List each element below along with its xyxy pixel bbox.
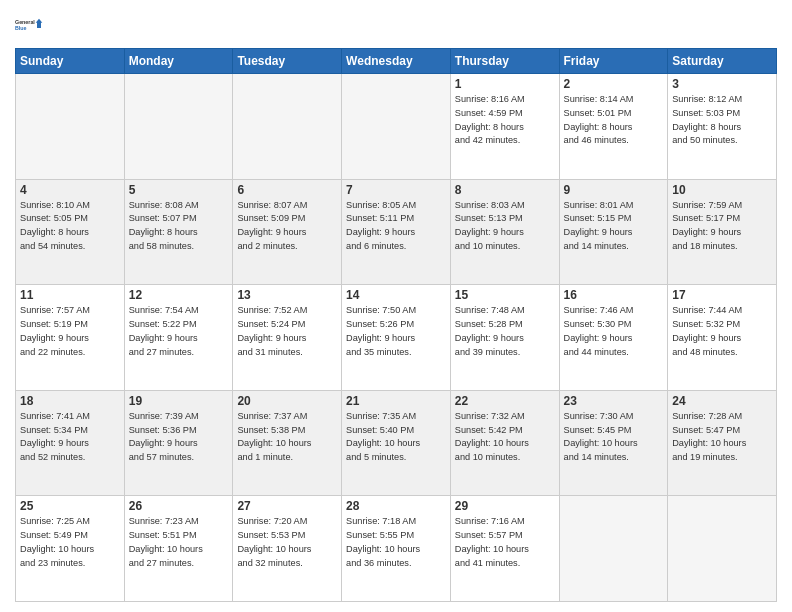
calendar-cell: 11Sunrise: 7:57 AM Sunset: 5:19 PM Dayli…: [16, 285, 125, 391]
weekday-header: Saturday: [668, 49, 777, 74]
day-info: Sunrise: 8:03 AM Sunset: 5:13 PM Dayligh…: [455, 199, 555, 254]
page: GeneralBlue SundayMondayTuesdayWednesday…: [0, 0, 792, 612]
weekday-header: Friday: [559, 49, 668, 74]
calendar-row: 4Sunrise: 8:10 AM Sunset: 5:05 PM Daylig…: [16, 179, 777, 285]
logo-icon: GeneralBlue: [15, 10, 45, 40]
calendar-cell: 2Sunrise: 8:14 AM Sunset: 5:01 PM Daylig…: [559, 74, 668, 180]
svg-text:General: General: [15, 19, 35, 25]
header-row: SundayMondayTuesdayWednesdayThursdayFrid…: [16, 49, 777, 74]
day-number: 22: [455, 394, 555, 408]
day-info: Sunrise: 7:18 AM Sunset: 5:55 PM Dayligh…: [346, 515, 446, 570]
day-number: 20: [237, 394, 337, 408]
weekday-header: Wednesday: [342, 49, 451, 74]
day-info: Sunrise: 7:44 AM Sunset: 5:32 PM Dayligh…: [672, 304, 772, 359]
calendar-cell: 9Sunrise: 8:01 AM Sunset: 5:15 PM Daylig…: [559, 179, 668, 285]
calendar-cell: 17Sunrise: 7:44 AM Sunset: 5:32 PM Dayli…: [668, 285, 777, 391]
day-info: Sunrise: 8:01 AM Sunset: 5:15 PM Dayligh…: [564, 199, 664, 254]
header: GeneralBlue: [15, 10, 777, 40]
day-info: Sunrise: 7:57 AM Sunset: 5:19 PM Dayligh…: [20, 304, 120, 359]
day-number: 18: [20, 394, 120, 408]
day-info: Sunrise: 7:59 AM Sunset: 5:17 PM Dayligh…: [672, 199, 772, 254]
day-info: Sunrise: 7:20 AM Sunset: 5:53 PM Dayligh…: [237, 515, 337, 570]
calendar-cell: 5Sunrise: 8:08 AM Sunset: 5:07 PM Daylig…: [124, 179, 233, 285]
svg-text:Blue: Blue: [15, 25, 27, 31]
weekday-header: Thursday: [450, 49, 559, 74]
day-info: Sunrise: 7:46 AM Sunset: 5:30 PM Dayligh…: [564, 304, 664, 359]
day-number: 10: [672, 183, 772, 197]
calendar-cell: 13Sunrise: 7:52 AM Sunset: 5:24 PM Dayli…: [233, 285, 342, 391]
calendar-cell: 4Sunrise: 8:10 AM Sunset: 5:05 PM Daylig…: [16, 179, 125, 285]
day-info: Sunrise: 8:12 AM Sunset: 5:03 PM Dayligh…: [672, 93, 772, 148]
svg-marker-2: [36, 19, 43, 28]
day-number: 2: [564, 77, 664, 91]
calendar-row: 18Sunrise: 7:41 AM Sunset: 5:34 PM Dayli…: [16, 390, 777, 496]
calendar-cell: 28Sunrise: 7:18 AM Sunset: 5:55 PM Dayli…: [342, 496, 451, 602]
calendar-cell: [342, 74, 451, 180]
calendar-cell: 1Sunrise: 8:16 AM Sunset: 4:59 PM Daylig…: [450, 74, 559, 180]
weekday-header: Monday: [124, 49, 233, 74]
day-number: 15: [455, 288, 555, 302]
day-number: 27: [237, 499, 337, 513]
day-number: 14: [346, 288, 446, 302]
day-info: Sunrise: 7:54 AM Sunset: 5:22 PM Dayligh…: [129, 304, 229, 359]
calendar-cell: 27Sunrise: 7:20 AM Sunset: 5:53 PM Dayli…: [233, 496, 342, 602]
logo: GeneralBlue: [15, 10, 45, 40]
calendar-cell: 16Sunrise: 7:46 AM Sunset: 5:30 PM Dayli…: [559, 285, 668, 391]
day-info: Sunrise: 7:35 AM Sunset: 5:40 PM Dayligh…: [346, 410, 446, 465]
day-number: 19: [129, 394, 229, 408]
day-number: 6: [237, 183, 337, 197]
day-info: Sunrise: 8:05 AM Sunset: 5:11 PM Dayligh…: [346, 199, 446, 254]
calendar-cell: 29Sunrise: 7:16 AM Sunset: 5:57 PM Dayli…: [450, 496, 559, 602]
day-info: Sunrise: 7:48 AM Sunset: 5:28 PM Dayligh…: [455, 304, 555, 359]
day-info: Sunrise: 7:39 AM Sunset: 5:36 PM Dayligh…: [129, 410, 229, 465]
calendar-cell: 7Sunrise: 8:05 AM Sunset: 5:11 PM Daylig…: [342, 179, 451, 285]
calendar-cell: 18Sunrise: 7:41 AM Sunset: 5:34 PM Dayli…: [16, 390, 125, 496]
day-info: Sunrise: 8:07 AM Sunset: 5:09 PM Dayligh…: [237, 199, 337, 254]
day-number: 16: [564, 288, 664, 302]
calendar-cell: 10Sunrise: 7:59 AM Sunset: 5:17 PM Dayli…: [668, 179, 777, 285]
calendar-cell: 6Sunrise: 8:07 AM Sunset: 5:09 PM Daylig…: [233, 179, 342, 285]
day-info: Sunrise: 8:16 AM Sunset: 4:59 PM Dayligh…: [455, 93, 555, 148]
calendar-cell: 12Sunrise: 7:54 AM Sunset: 5:22 PM Dayli…: [124, 285, 233, 391]
day-info: Sunrise: 7:28 AM Sunset: 5:47 PM Dayligh…: [672, 410, 772, 465]
day-number: 1: [455, 77, 555, 91]
calendar-cell: 23Sunrise: 7:30 AM Sunset: 5:45 PM Dayli…: [559, 390, 668, 496]
calendar-cell: 20Sunrise: 7:37 AM Sunset: 5:38 PM Dayli…: [233, 390, 342, 496]
calendar-cell: 26Sunrise: 7:23 AM Sunset: 5:51 PM Dayli…: [124, 496, 233, 602]
day-info: Sunrise: 8:10 AM Sunset: 5:05 PM Dayligh…: [20, 199, 120, 254]
calendar-cell: [233, 74, 342, 180]
calendar-cell: 14Sunrise: 7:50 AM Sunset: 5:26 PM Dayli…: [342, 285, 451, 391]
calendar-row: 25Sunrise: 7:25 AM Sunset: 5:49 PM Dayli…: [16, 496, 777, 602]
day-number: 25: [20, 499, 120, 513]
day-number: 11: [20, 288, 120, 302]
day-info: Sunrise: 7:30 AM Sunset: 5:45 PM Dayligh…: [564, 410, 664, 465]
day-number: 13: [237, 288, 337, 302]
calendar-cell: [16, 74, 125, 180]
calendar-cell: 22Sunrise: 7:32 AM Sunset: 5:42 PM Dayli…: [450, 390, 559, 496]
day-number: 21: [346, 394, 446, 408]
calendar-cell: [559, 496, 668, 602]
day-info: Sunrise: 8:08 AM Sunset: 5:07 PM Dayligh…: [129, 199, 229, 254]
day-info: Sunrise: 7:37 AM Sunset: 5:38 PM Dayligh…: [237, 410, 337, 465]
calendar-cell: [668, 496, 777, 602]
day-number: 5: [129, 183, 229, 197]
day-info: Sunrise: 7:50 AM Sunset: 5:26 PM Dayligh…: [346, 304, 446, 359]
calendar-cell: 8Sunrise: 8:03 AM Sunset: 5:13 PM Daylig…: [450, 179, 559, 285]
calendar-table: SundayMondayTuesdayWednesdayThursdayFrid…: [15, 48, 777, 602]
day-number: 24: [672, 394, 772, 408]
calendar-cell: 19Sunrise: 7:39 AM Sunset: 5:36 PM Dayli…: [124, 390, 233, 496]
day-info: Sunrise: 8:14 AM Sunset: 5:01 PM Dayligh…: [564, 93, 664, 148]
calendar-row: 1Sunrise: 8:16 AM Sunset: 4:59 PM Daylig…: [16, 74, 777, 180]
day-number: 4: [20, 183, 120, 197]
day-number: 8: [455, 183, 555, 197]
calendar-cell: 3Sunrise: 8:12 AM Sunset: 5:03 PM Daylig…: [668, 74, 777, 180]
calendar-cell: [124, 74, 233, 180]
day-number: 3: [672, 77, 772, 91]
day-number: 12: [129, 288, 229, 302]
day-number: 26: [129, 499, 229, 513]
day-number: 28: [346, 499, 446, 513]
day-info: Sunrise: 7:41 AM Sunset: 5:34 PM Dayligh…: [20, 410, 120, 465]
day-info: Sunrise: 7:16 AM Sunset: 5:57 PM Dayligh…: [455, 515, 555, 570]
calendar-cell: 21Sunrise: 7:35 AM Sunset: 5:40 PM Dayli…: [342, 390, 451, 496]
day-info: Sunrise: 7:52 AM Sunset: 5:24 PM Dayligh…: [237, 304, 337, 359]
